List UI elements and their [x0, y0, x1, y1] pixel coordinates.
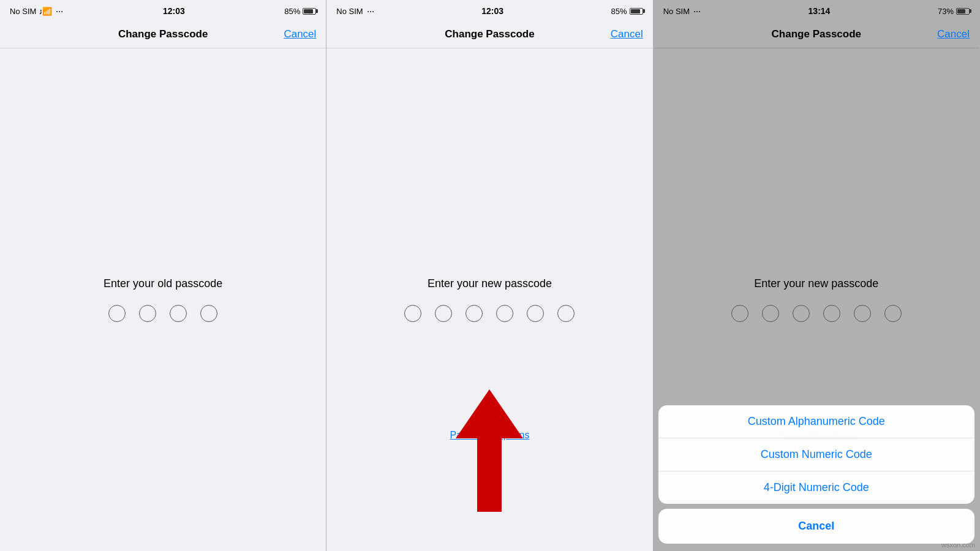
nav-bar-2: Change Passcode Cancel [326, 22, 652, 48]
passcode-content-1: Enter your old passcode [0, 48, 326, 551]
cancel-button-2[interactable]: Cancel [606, 28, 643, 40]
status-right-1: 85% [284, 7, 316, 16]
custom-numeric-option[interactable]: Custom Numeric Code [658, 438, 974, 471]
nav-title-3: Change Passcode [700, 28, 933, 40]
time-1: 12:03 [163, 6, 185, 16]
nav-title-2: Change Passcode [373, 28, 606, 40]
dot-3-2 [762, 305, 779, 322]
action-sheet-group: Custom Alphanumeric Code Custom Numeric … [658, 405, 974, 504]
dot-2-6 [557, 305, 575, 322]
battery-body-3 [956, 8, 970, 15]
dot-2-4 [496, 305, 513, 322]
action-sheet: Custom Alphanumeric Code Custom Numeric … [658, 405, 974, 551]
passcode-prompt-3: Enter your new passcode [754, 277, 878, 290]
battery-body-1 [303, 8, 316, 15]
battery-fill-2 [631, 9, 640, 13]
panel-3: No SIM ⋅⋅⋅ 13:14 73% Change Passcode Can… [654, 0, 980, 551]
wifi-symbol-2: ⋅⋅⋅ [367, 7, 374, 16]
status-right-3: 73% [938, 7, 970, 16]
no-sim-label-3: No SIM [663, 7, 690, 16]
no-sim-label-2: No SIM [336, 7, 363, 16]
cancel-button-1[interactable]: Cancel [279, 28, 316, 40]
dot-2-5 [527, 305, 544, 322]
battery-percent-3: 73% [938, 7, 954, 16]
dot-3-1 [731, 305, 748, 322]
dot-1-3 [170, 305, 187, 322]
status-left-3: No SIM ⋅⋅⋅ [663, 7, 701, 16]
dot-3-4 [823, 305, 840, 322]
battery-body-2 [630, 8, 643, 15]
time-3: 13:14 [809, 6, 831, 16]
dot-3-3 [793, 305, 810, 322]
panel-2: No SIM ⋅⋅⋅ 12:03 85% Change Passcode Can… [326, 0, 653, 551]
dot-2-3 [466, 305, 483, 322]
status-left-1: No SIM ﺋ📶 ⋅⋅⋅ [10, 7, 63, 16]
battery-percent-2: 85% [611, 7, 627, 16]
passcode-content-2: Enter your new passcode Passcode Options [326, 48, 652, 551]
time-2: 12:03 [481, 6, 503, 16]
dot-3-5 [854, 305, 871, 322]
dots-row-1 [108, 305, 217, 322]
wifi-icon-1: ﺋ📶 [40, 7, 52, 16]
status-right-2: 85% [611, 7, 643, 16]
wifi-symbol-1: ⋅⋅⋅ [56, 7, 63, 16]
status-left-2: No SIM ⋅⋅⋅ [336, 7, 374, 16]
passcode-prompt-1: Enter your old passcode [104, 277, 222, 290]
battery-icon-3 [956, 8, 970, 15]
svg-marker-0 [456, 389, 523, 512]
nav-bar-1: Change Passcode Cancel [0, 22, 326, 48]
arrow-container [456, 389, 523, 514]
battery-icon-1 [303, 8, 316, 15]
dot-1-4 [200, 305, 217, 322]
panel-1: No SIM ﺋ📶 ⋅⋅⋅ 12:03 85% Change Passcode … [0, 0, 326, 551]
four-digit-numeric-option[interactable]: 4-Digit Numeric Code [658, 471, 974, 504]
passcode-prompt-2: Enter your new passcode [428, 277, 552, 290]
dots-row-2 [404, 305, 575, 322]
status-bar-3: No SIM ⋅⋅⋅ 13:14 73% [654, 0, 979, 22]
battery-fill-1 [304, 9, 313, 13]
dot-2-1 [404, 305, 421, 322]
wifi-symbol-3: ⋅⋅⋅ [693, 7, 701, 16]
status-bar-1: No SIM ﺋ📶 ⋅⋅⋅ 12:03 85% [0, 0, 326, 22]
dot-1-2 [139, 305, 156, 322]
battery-icon-2 [630, 8, 643, 15]
nav-title-1: Change Passcode [47, 28, 279, 40]
red-arrow [456, 389, 523, 512]
no-sim-label-1: No SIM [10, 7, 36, 16]
dots-row-3 [731, 305, 902, 322]
action-sheet-cancel[interactable]: Cancel [658, 509, 974, 544]
dot-3-6 [884, 305, 902, 322]
dot-2-2 [435, 305, 452, 322]
battery-percent-1: 85% [284, 7, 300, 16]
custom-alphanumeric-option[interactable]: Custom Alphanumeric Code [658, 405, 974, 438]
dot-1-1 [108, 305, 126, 322]
nav-bar-3: Change Passcode Cancel [654, 22, 979, 48]
battery-fill-3 [957, 9, 965, 13]
status-bar-2: No SIM ⋅⋅⋅ 12:03 85% [326, 0, 652, 22]
cancel-button-3[interactable]: Cancel [933, 28, 970, 40]
